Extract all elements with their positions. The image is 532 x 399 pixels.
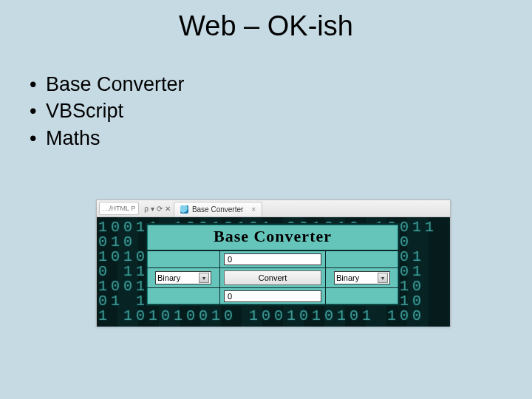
embedded-screenshot: …/HTML P ρ ▾ ⟳ ✕ Base Converter × 10011 … bbox=[96, 200, 451, 327]
converter-heading: Base Converter bbox=[147, 225, 398, 250]
chevron-down-icon: ▾ bbox=[378, 273, 388, 283]
to-base-value: Binary bbox=[336, 273, 359, 282]
slide-title: Web – OK-ish bbox=[0, 10, 532, 42]
toolbar-icons: ρ ▾ ⟳ ✕ bbox=[141, 200, 174, 216]
bullet-item: Maths bbox=[41, 125, 185, 151]
search-icon[interactable]: ρ bbox=[144, 205, 149, 213]
converter-panel: Base Converter Binary ▾ bbox=[146, 223, 400, 306]
browser-chrome: …/HTML P ρ ▾ ⟳ ✕ Base Converter × bbox=[97, 200, 450, 217]
stop-icon[interactable]: ✕ bbox=[165, 205, 171, 213]
from-base-value: Binary bbox=[157, 273, 180, 282]
input-value-field[interactable] bbox=[224, 253, 321, 265]
to-base-select[interactable]: Binary ▾ bbox=[334, 271, 390, 284]
slide: Web – OK-ish Base Converter VBScript Mat… bbox=[0, 0, 532, 399]
output-value-field[interactable] bbox=[224, 290, 321, 302]
chevron-down-icon: ▾ bbox=[199, 273, 209, 283]
slide-bullets: Base Converter VBScript Maths bbox=[25, 71, 185, 151]
browser-tab[interactable]: Base Converter × bbox=[174, 202, 262, 216]
page-viewport: 10011 10010101 001010 10011 010 11001010… bbox=[97, 217, 450, 327]
tab-title: Base Converter bbox=[192, 205, 243, 214]
bullet-item: VBScript bbox=[41, 98, 185, 124]
bullet-item: Base Converter bbox=[41, 71, 185, 98]
address-bar[interactable]: …/HTML P bbox=[99, 202, 139, 215]
address-text: …/HTML P bbox=[103, 205, 135, 212]
convert-button[interactable]: Convert bbox=[224, 270, 321, 285]
refresh-icon[interactable]: ⟳ bbox=[157, 205, 163, 213]
favicon-icon bbox=[180, 205, 188, 214]
from-base-select[interactable]: Binary ▾ bbox=[155, 271, 211, 284]
close-icon[interactable]: × bbox=[251, 205, 256, 214]
